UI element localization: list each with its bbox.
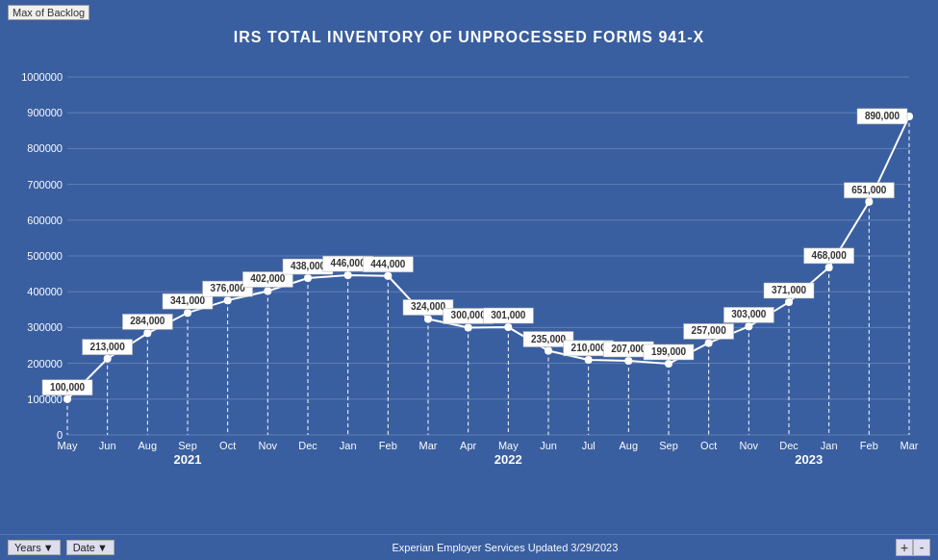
svg-text:213,000: 213,000 — [90, 342, 126, 352]
svg-point-44 — [63, 395, 71, 403]
svg-text:301,000: 301,000 — [491, 310, 526, 320]
svg-text:Feb: Feb — [379, 440, 397, 451]
svg-point-92 — [705, 339, 713, 346]
svg-point-50 — [143, 329, 151, 337]
svg-text:199,000: 199,000 — [651, 346, 687, 357]
credit-text: Experian Employer Services Updated 3/29/… — [392, 542, 618, 553]
svg-text:300,000: 300,000 — [451, 310, 487, 320]
date-dropdown-icon: ▼ — [97, 542, 108, 553]
svg-text:1000000: 1000000 — [21, 71, 63, 83]
svg-text:Jan: Jan — [340, 440, 357, 451]
svg-text:500000: 500000 — [27, 250, 63, 262]
svg-text:257,000: 257,000 — [692, 325, 727, 336]
svg-point-83 — [585, 356, 593, 364]
svg-point-98 — [785, 298, 793, 306]
svg-text:210,000: 210,000 — [571, 343, 607, 353]
svg-text:Oct: Oct — [700, 440, 717, 451]
date-button[interactable]: Date ▼ — [66, 540, 114, 555]
svg-text:371,000: 371,000 — [772, 285, 807, 295]
svg-text:May: May — [58, 440, 78, 451]
svg-point-56 — [224, 296, 232, 304]
svg-text:Dec: Dec — [779, 440, 799, 451]
svg-text:700000: 700000 — [27, 179, 63, 191]
svg-point-101 — [825, 264, 833, 271]
svg-text:Aug: Aug — [139, 440, 158, 451]
svg-point-86 — [624, 357, 632, 365]
svg-text:303,000: 303,000 — [731, 309, 767, 319]
svg-text:2021: 2021 — [174, 452, 202, 467]
svg-text:Sep: Sep — [659, 440, 678, 451]
svg-point-89 — [665, 360, 672, 368]
zoom-out-button[interactable]: - — [913, 539, 930, 556]
main-chart: 0100000200000300000400000500000600000700… — [58, 58, 919, 483]
svg-text:284,000: 284,000 — [130, 316, 165, 326]
svg-text:Aug: Aug — [620, 440, 639, 451]
svg-text:Feb: Feb — [860, 440, 878, 451]
svg-point-71 — [424, 315, 432, 322]
years-button[interactable]: Years ▼ — [8, 540, 61, 555]
chart-title: IRS TOTAL INVENTORY OF UNPROCESSED FORMS… — [0, 29, 938, 46]
svg-point-68 — [384, 272, 392, 280]
svg-text:341,000: 341,000 — [170, 295, 206, 306]
svg-text:Jun: Jun — [99, 440, 116, 451]
svg-point-95 — [745, 322, 752, 330]
svg-point-77 — [504, 323, 512, 331]
y-axis-label: Max of Backlog — [8, 5, 89, 20]
svg-text:376,000: 376,000 — [211, 283, 246, 293]
bottom-bar: Years ▼ Date ▼ Experian Employer Service… — [0, 534, 938, 560]
svg-text:444,000: 444,000 — [370, 259, 406, 269]
svg-point-104 — [865, 198, 873, 206]
svg-text:324,000: 324,000 — [411, 301, 446, 312]
svg-point-80 — [545, 347, 552, 355]
chart-container: Max of Backlog IRS TOTAL INVENTORY OF UN… — [0, 0, 938, 560]
svg-text:Jun: Jun — [540, 440, 557, 451]
svg-point-62 — [304, 274, 312, 282]
svg-text:402,000: 402,000 — [250, 273, 286, 284]
svg-point-47 — [104, 355, 112, 363]
svg-text:Mar: Mar — [900, 440, 919, 451]
svg-text:600000: 600000 — [27, 215, 63, 226]
chart-area: 0100000200000300000400000500000600000700… — [58, 58, 919, 483]
zoom-controls: + - — [896, 539, 930, 556]
svg-text:Jul: Jul — [582, 440, 596, 451]
svg-text:2023: 2023 — [795, 452, 823, 467]
zoom-in-button[interactable]: + — [896, 539, 913, 556]
svg-text:438,000: 438,000 — [291, 261, 326, 271]
svg-text:300000: 300000 — [27, 321, 63, 333]
svg-text:May: May — [498, 440, 519, 451]
svg-text:2022: 2022 — [494, 452, 522, 467]
svg-text:Mar: Mar — [419, 440, 438, 451]
svg-text:400000: 400000 — [27, 286, 63, 297]
svg-text:235,000: 235,000 — [531, 334, 567, 344]
bottom-controls: Years ▼ Date ▼ — [8, 540, 114, 555]
svg-text:446,000: 446,000 — [331, 258, 367, 268]
svg-text:Apr: Apr — [460, 440, 476, 451]
svg-text:200000: 200000 — [27, 358, 63, 369]
svg-text:Nov: Nov — [259, 440, 278, 451]
svg-point-59 — [264, 287, 271, 294]
svg-point-53 — [184, 309, 191, 317]
svg-text:Sep: Sep — [178, 440, 197, 451]
svg-text:Dec: Dec — [298, 440, 317, 451]
svg-text:651,000: 651,000 — [851, 185, 887, 195]
svg-text:890,000: 890,000 — [865, 111, 900, 121]
years-label: Years — [14, 542, 41, 553]
svg-text:Oct: Oct — [219, 440, 236, 451]
svg-point-65 — [344, 271, 352, 279]
svg-text:900000: 900000 — [27, 107, 63, 118]
svg-point-74 — [465, 323, 472, 331]
svg-text:468,000: 468,000 — [812, 250, 848, 261]
date-label: Date — [73, 542, 95, 553]
years-dropdown-icon: ▼ — [43, 542, 54, 553]
svg-text:Jan: Jan — [821, 440, 838, 451]
svg-text:100,000: 100,000 — [50, 382, 86, 393]
svg-text:207,000: 207,000 — [611, 344, 646, 354]
svg-text:Nov: Nov — [740, 440, 759, 451]
svg-text:800000: 800000 — [27, 142, 63, 154]
